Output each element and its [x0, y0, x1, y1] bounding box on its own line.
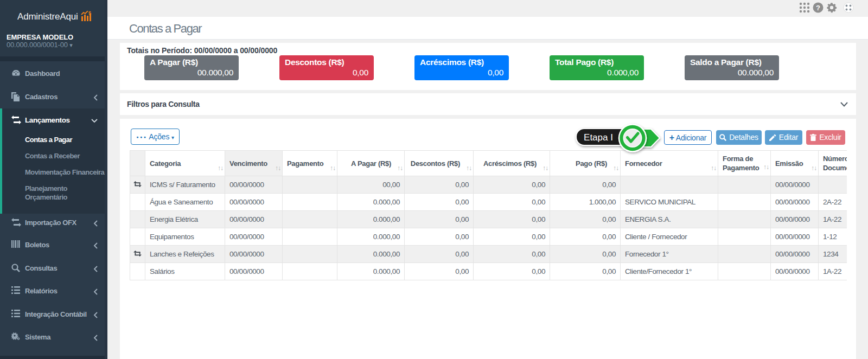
svg-text:?: ? — [816, 4, 820, 12]
svg-text:Etapa I: Etapa I — [584, 132, 613, 143]
svg-text:$: $ — [88, 11, 91, 16]
